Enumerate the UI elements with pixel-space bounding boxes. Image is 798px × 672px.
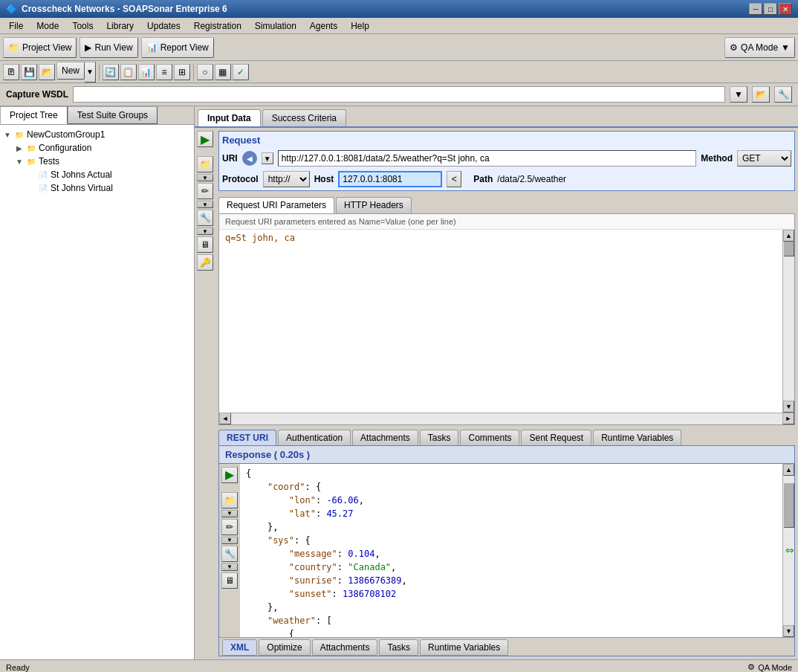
- params-content: Request URI parameters entered as Name=V…: [218, 213, 795, 425]
- menu-tools[interactable]: Tools: [66, 19, 99, 33]
- menu-mode[interactable]: Mode: [30, 19, 65, 33]
- horiz-scroll-left[interactable]: ◄: [219, 413, 231, 424]
- chart-button[interactable]: 📊: [138, 64, 155, 80]
- menu-updates[interactable]: Updates: [141, 19, 186, 33]
- params-scroll-up[interactable]: ▲: [783, 230, 794, 242]
- uri-arrow-button[interactable]: ▼: [262, 152, 273, 164]
- response-action-1[interactable]: 📁: [221, 492, 238, 508]
- tab-sent-request[interactable]: Sent Request: [521, 430, 591, 445]
- resp-tab-tasks[interactable]: Tasks: [379, 639, 418, 656]
- response-line-6: "sys": {: [246, 534, 776, 547]
- response-scroll-down[interactable]: ▼: [783, 625, 794, 637]
- action-btn-4[interactable]: 🖥: [197, 236, 213, 253]
- menu-file[interactable]: File: [3, 19, 29, 33]
- tab-rest-uri[interactable]: REST URI: [218, 430, 276, 445]
- response-scroll-up[interactable]: ▲: [783, 464, 794, 476]
- tab-authentication[interactable]: Authentication: [278, 430, 351, 445]
- close-button[interactable]: ✕: [779, 3, 792, 15]
- path-value: /data/2.5/weather: [497, 174, 566, 184]
- new-icon-button[interactable]: 🖹: [3, 64, 19, 80]
- response-action-1-dropdown[interactable]: ▼: [221, 510, 238, 517]
- capture-wsdl-input[interactable]: [73, 86, 725, 103]
- response-scrollbar: ▲ ▼ ⇔: [782, 464, 794, 638]
- expand-icon-test1: [27, 170, 36, 179]
- tab-input-data[interactable]: Input Data: [198, 109, 261, 126]
- new-dropdown-button[interactable]: ▼: [85, 62, 96, 83]
- menu-registration[interactable]: Registration: [188, 19, 247, 33]
- tree-tests-item[interactable]: ▼ 📁 Tests: [3, 155, 191, 168]
- host-input[interactable]: [338, 171, 442, 187]
- action-btn-5[interactable]: 🔑: [197, 254, 213, 271]
- tree-root-item[interactable]: ▼ 📁 NewCustomGroup1: [3, 128, 191, 141]
- menu-bar: File Mode Tools Library Updates Registra…: [0, 18, 798, 34]
- uri-nav-icon: ◀: [242, 151, 257, 166]
- action-btn-2-dropdown[interactable]: ▼: [197, 201, 213, 208]
- go-button[interactable]: ▶: [197, 131, 213, 147]
- horiz-scroll-right[interactable]: ►: [782, 413, 794, 424]
- tree-test1-item[interactable]: 📄 St Johns Actual: [3, 168, 191, 181]
- response-action-2-dropdown[interactable]: ▼: [221, 537, 238, 544]
- response-line-1: {: [246, 467, 776, 480]
- menu-library[interactable]: Library: [100, 19, 140, 33]
- capture-action-button[interactable]: 🔧: [774, 86, 792, 103]
- test-icon-2: 📄: [37, 182, 49, 194]
- action-btn-1-dropdown[interactable]: ▼: [197, 174, 213, 181]
- tab-tasks[interactable]: Tasks: [420, 430, 459, 445]
- minimize-button[interactable]: ─: [749, 3, 762, 15]
- refresh-button[interactable]: 🔄: [103, 64, 119, 80]
- menu-help[interactable]: Help: [345, 19, 375, 33]
- action-btn-3[interactable]: 🔧: [197, 210, 213, 226]
- check-button[interactable]: ✓: [233, 64, 249, 80]
- grid-button[interactable]: ⊞: [174, 64, 190, 80]
- response-action-2[interactable]: ✏: [221, 519, 238, 535]
- tab-test-suite-groups[interactable]: Test Suite Groups: [68, 106, 158, 124]
- capture-open-button[interactable]: 📂: [752, 86, 770, 103]
- record-button[interactable]: ○: [197, 64, 213, 80]
- tab-request-uri-params[interactable]: Request URI Parameters: [218, 197, 334, 213]
- uri-input[interactable]: [278, 150, 697, 167]
- new-button[interactable]: New: [56, 62, 85, 80]
- resp-tab-runtime-variables[interactable]: Runtime Variables: [420, 639, 508, 656]
- save-button[interactable]: 💾: [21, 64, 37, 80]
- copy-button[interactable]: 📋: [120, 64, 137, 80]
- action-btn-2[interactable]: ✏: [197, 183, 213, 199]
- expand-arrows-icon[interactable]: ⇔: [785, 544, 794, 556]
- options-button[interactable]: ▦: [215, 64, 231, 80]
- tab-http-headers[interactable]: HTTP Headers: [336, 197, 412, 213]
- menu-agents[interactable]: Agents: [304, 19, 343, 33]
- action-btn-1[interactable]: 📁: [197, 156, 213, 172]
- params-textarea[interactable]: q=St john, ca: [219, 230, 782, 413]
- resp-tab-attachments[interactable]: Attachments: [312, 639, 378, 656]
- tab-success-criteria[interactable]: Success Criteria: [262, 109, 346, 126]
- project-view-button[interactable]: 📁 Project View: [3, 37, 77, 58]
- response-action-4[interactable]: 🖥: [221, 572, 238, 589]
- capture-wsdl-label: Capture WSDL: [6, 89, 68, 100]
- list-button[interactable]: ≡: [156, 64, 172, 80]
- tab-project-tree[interactable]: Project Tree: [0, 106, 68, 124]
- tree-config-item[interactable]: ▶ 📁 Configuration: [3, 141, 191, 155]
- maximize-button[interactable]: □: [764, 3, 777, 15]
- report-view-button[interactable]: 📊 Report View: [141, 37, 214, 58]
- capture-dropdown-button[interactable]: ▼: [730, 86, 747, 103]
- tab-attachments[interactable]: Attachments: [352, 430, 418, 445]
- menu-simulation[interactable]: Simulation: [249, 19, 302, 33]
- params-scroll-thumb[interactable]: [784, 242, 794, 256]
- protocol-select[interactable]: http:// https://: [263, 171, 310, 187]
- response-action-3-dropdown[interactable]: ▼: [221, 563, 238, 571]
- response-go-button[interactable]: ▶: [221, 467, 238, 483]
- action-btn-3-dropdown[interactable]: ▼: [197, 227, 213, 235]
- tab-runtime-variables[interactable]: Runtime Variables: [593, 430, 681, 445]
- run-view-button[interactable]: ▶ Run View: [80, 37, 137, 58]
- tab-comments[interactable]: Comments: [460, 430, 519, 445]
- params-scroll-down[interactable]: ▼: [783, 401, 794, 413]
- method-select[interactable]: GET POST PUT DELETE: [737, 150, 791, 167]
- tree-test2-item[interactable]: 📄 St Johns Virtual: [3, 181, 191, 195]
- response-action-3[interactable]: 🔧: [221, 546, 238, 562]
- resp-tab-optimize[interactable]: Optimize: [259, 639, 310, 656]
- qa-mode-button[interactable]: ⚙ QA Mode ▼: [724, 37, 795, 58]
- resp-tab-xml[interactable]: XML: [222, 639, 257, 656]
- host-lt-button[interactable]: <: [447, 171, 461, 187]
- separator-2: [193, 63, 194, 81]
- open-button[interactable]: 📂: [39, 64, 55, 80]
- response-scroll-thumb[interactable]: [784, 483, 794, 528]
